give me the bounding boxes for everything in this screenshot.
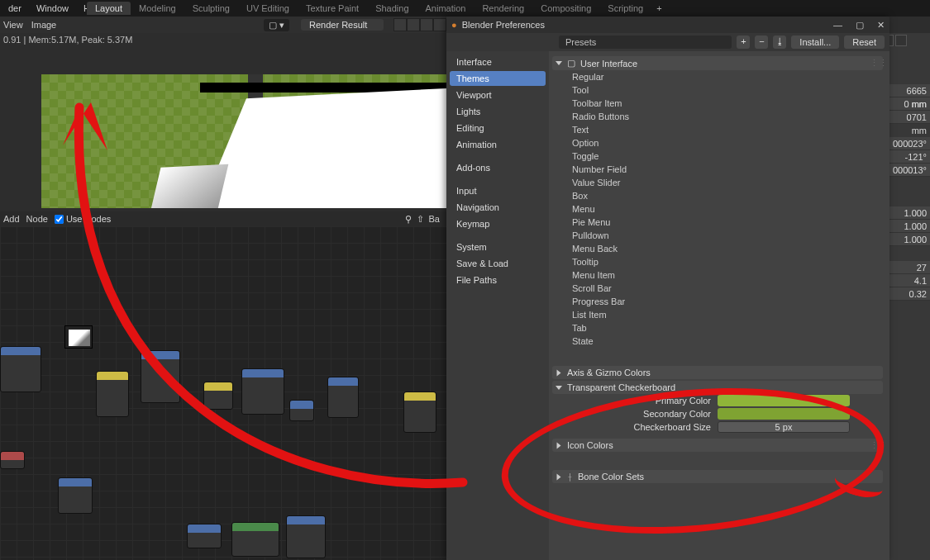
- tab-texture-paint[interactable]: Texture Paint: [298, 2, 367, 15]
- color-swatch-primary[interactable]: [718, 395, 850, 406]
- theme-item-row[interactable]: Scroll Bar: [552, 282, 883, 295]
- sidebar-item-addons[interactable]: Add-ons: [450, 160, 546, 175]
- compositor-node[interactable]: [403, 392, 436, 433]
- parent-icon[interactable]: ⇧: [417, 214, 424, 225]
- theme-item-row[interactable]: Menu Back: [552, 242, 883, 255]
- tab-scripting[interactable]: Scripting: [599, 2, 651, 15]
- number-field[interactable]: 0701 mm: [889, 111, 930, 124]
- render-preview[interactable]: [41, 74, 446, 208]
- compositor-node[interactable]: [327, 377, 359, 418]
- sidebar-item-viewport[interactable]: Viewport: [450, 88, 546, 102]
- theme-item-row[interactable]: Radio Buttons: [552, 110, 883, 123]
- sidebar-item-interface[interactable]: Interface: [450, 55, 546, 69]
- menu-node[interactable]: Node: [26, 214, 48, 224]
- compositor-node[interactable]: [241, 368, 284, 415]
- theme-item-row[interactable]: List Item: [552, 308, 883, 321]
- theme-item-row[interactable]: Text: [552, 123, 883, 136]
- compositor-node[interactable]: [141, 350, 180, 403]
- minimize-icon[interactable]: —: [833, 20, 842, 31]
- number-field[interactable]: 0.32: [889, 287, 930, 301]
- number-field[interactable]: 4.1: [889, 274, 930, 287]
- unlink-icon[interactable]: [433, 18, 446, 31]
- new-icon[interactable]: [407, 18, 420, 31]
- compositor-node[interactable]: [286, 515, 326, 558]
- tab-animation[interactable]: Animation: [417, 2, 475, 15]
- section-user-interface[interactable]: ▢ User Interface ⋮⋮: [552, 56, 883, 70]
- add-workspace-icon[interactable]: +: [651, 2, 666, 15]
- compositor-node[interactable]: [0, 451, 25, 469]
- sidebar-item-navigation[interactable]: Navigation: [450, 200, 546, 215]
- node-thumbnail[interactable]: [64, 325, 93, 349]
- tab-modeling[interactable]: Modeling: [131, 2, 184, 15]
- number-field[interactable]: 6665 mm: [889, 84, 930, 97]
- slot-dropdown[interactable]: ▢ ▾: [264, 19, 289, 31]
- pin-icon[interactable]: ⚲: [405, 214, 412, 225]
- theme-item-row[interactable]: Box: [552, 189, 883, 202]
- theme-item-row[interactable]: Progress Bar: [552, 295, 883, 308]
- pin-icon[interactable]: [393, 18, 407, 31]
- theme-item-row[interactable]: Regular: [552, 70, 883, 83]
- section-axis-gizmo[interactable]: Axis & Gizmo Colors: [552, 366, 883, 379]
- globe-icon[interactable]: [895, 35, 907, 46]
- install-button[interactable]: Install...: [791, 36, 839, 49]
- import-icon[interactable]: ⭳: [773, 36, 786, 49]
- sidebar-item-lights[interactable]: Lights: [450, 104, 546, 119]
- compositor-node[interactable]: [187, 524, 222, 548]
- number-field[interactable]: 1.000: [889, 233, 930, 246]
- theme-item-row[interactable]: Menu Item: [552, 268, 883, 282]
- sidebar-item-system[interactable]: System: [450, 240, 546, 254]
- tab-rendering[interactable]: Rendering: [474, 2, 532, 15]
- sidebar-item-save-load[interactable]: Save & Load: [450, 256, 546, 271]
- menu-image[interactable]: Image: [31, 20, 57, 30]
- preset-add-icon[interactable]: +: [737, 36, 750, 49]
- sidebar-item-themes[interactable]: Themes: [450, 71, 546, 86]
- checkerboard-size-input[interactable]: 5 px: [718, 421, 850, 433]
- theme-item-row[interactable]: Option: [552, 136, 883, 149]
- presets-dropdown[interactable]: Presets: [559, 36, 732, 49]
- tab-shading[interactable]: Shading: [367, 2, 417, 15]
- number-field[interactable]: 1.000: [889, 220, 930, 233]
- theme-item-row[interactable]: Toolbar Item: [552, 97, 883, 110]
- compositor-node[interactable]: [289, 400, 314, 421]
- grip-icon[interactable]: ⋮⋮: [870, 440, 888, 451]
- use-nodes-checkbox[interactable]: Use Nodes: [55, 214, 111, 224]
- menu-window[interactable]: Window: [31, 2, 74, 15]
- sidebar-item-input[interactable]: Input: [450, 183, 546, 198]
- number-field[interactable]: -121°: [889, 150, 930, 164]
- theme-item-row[interactable]: Tab: [552, 321, 883, 335]
- sidebar-item-file-paths[interactable]: File Paths: [450, 273, 546, 287]
- number-field[interactable]: 0 mm: [889, 97, 930, 111]
- render-result-dropdown[interactable]: Render Result: [301, 19, 384, 31]
- sidebar-item-animation[interactable]: Animation: [450, 137, 546, 152]
- compositor-node[interactable]: [58, 477, 93, 514]
- compositor-node[interactable]: [96, 371, 129, 417]
- number-field[interactable]: 1.000: [889, 206, 930, 220]
- tab-compositing[interactable]: Compositing: [532, 2, 599, 15]
- grip-icon[interactable]: ⋮⋮: [870, 58, 888, 69]
- sidebar-item-keymap[interactable]: Keymap: [450, 216, 546, 231]
- theme-item-row[interactable]: Toggle: [552, 149, 883, 163]
- open-icon[interactable]: [420, 18, 433, 31]
- number-field[interactable]: 000013°: [889, 164, 930, 177]
- theme-item-row[interactable]: State: [552, 335, 883, 348]
- tab-sculpting[interactable]: Sculpting: [184, 2, 238, 15]
- sidebar-item-editing[interactable]: Editing: [450, 121, 546, 135]
- number-field[interactable]: 000023°: [889, 137, 930, 150]
- section-bone-color-sets[interactable]: ⟊ Bone Color Sets: [552, 470, 883, 483]
- menu-blender[interactable]: der: [3, 2, 26, 15]
- number-field[interactable]: 27: [889, 261, 930, 274]
- compositor-node[interactable]: [203, 382, 233, 410]
- theme-item-row[interactable]: Number Field: [552, 163, 883, 176]
- color-swatch-secondary[interactable]: [718, 408, 850, 420]
- theme-item-row[interactable]: Tooltip: [552, 255, 883, 268]
- tab-uv-editing[interactable]: UV Editing: [238, 2, 298, 15]
- maximize-icon[interactable]: ▢: [856, 20, 864, 31]
- section-icon-colors[interactable]: Icon Colors ⋮⋮: [552, 439, 883, 452]
- theme-item-row[interactable]: Pie Menu: [552, 216, 883, 229]
- menu-add[interactable]: Add: [3, 214, 20, 224]
- backdrop-label[interactable]: Ba: [429, 214, 440, 225]
- theme-item-row[interactable]: Menu: [552, 202, 883, 216]
- theme-item-row[interactable]: Value Slider: [552, 176, 883, 189]
- window-titlebar[interactable]: ● Blender Preferences — ▢ ✕: [446, 17, 889, 33]
- menu-view[interactable]: View: [3, 20, 23, 30]
